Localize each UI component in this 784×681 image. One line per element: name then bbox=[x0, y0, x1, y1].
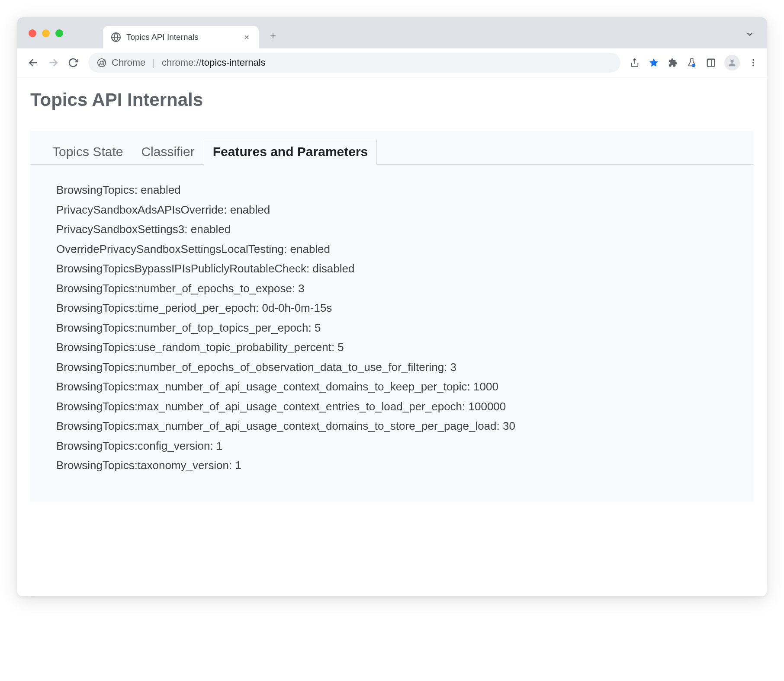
page-content: Topics API Internals Topics State Classi… bbox=[17, 77, 767, 596]
address-separator: | bbox=[152, 57, 155, 68]
browser-tab[interactable]: Topics API Internals bbox=[103, 26, 259, 48]
tab-features-parameters[interactable]: Features and Parameters bbox=[204, 139, 377, 165]
tab-title: Topics API Internals bbox=[126, 32, 199, 42]
param-line: OverridePrivacySandboxSettingsLocalTesti… bbox=[56, 240, 728, 259]
close-tab-icon[interactable] bbox=[242, 33, 251, 42]
globe-icon bbox=[111, 32, 121, 42]
tab-bar: Topics API Internals bbox=[103, 22, 280, 48]
param-line: BrowsingTopics:taxonomy_version: 1 bbox=[56, 456, 728, 476]
window-maximize-button[interactable] bbox=[55, 29, 63, 37]
address-url: chrome://topics-internals bbox=[162, 57, 266, 68]
params-list: BrowsingTopics: enabled PrivacySandboxAd… bbox=[30, 165, 754, 502]
extensions-icon[interactable] bbox=[667, 57, 678, 68]
param-line: BrowsingTopics:number_of_epochs_to_expos… bbox=[56, 279, 728, 299]
forward-button[interactable] bbox=[45, 54, 61, 71]
chrome-icon bbox=[97, 58, 106, 67]
window-minimize-button[interactable] bbox=[42, 29, 50, 37]
url-scheme: chrome:// bbox=[162, 57, 202, 68]
share-icon[interactable] bbox=[629, 57, 640, 68]
traffic-lights bbox=[29, 29, 63, 37]
svg-point-18 bbox=[730, 60, 733, 63]
browser-window: Topics API Internals Chrome bbox=[17, 17, 767, 596]
param-line: PrivacySandboxSettings3: enabled bbox=[56, 220, 728, 240]
menu-icon[interactable] bbox=[748, 57, 759, 68]
new-tab-button[interactable] bbox=[267, 29, 280, 42]
browser-toolbar: Chrome | chrome://topics-internals bbox=[17, 48, 767, 77]
window-close-button[interactable] bbox=[29, 29, 36, 37]
svg-point-9 bbox=[100, 61, 103, 64]
svg-point-21 bbox=[752, 65, 754, 67]
panel-tabs: Topics State Classifier Features and Par… bbox=[30, 131, 754, 165]
svg-point-15 bbox=[692, 64, 695, 67]
param-line: BrowsingTopicsBypassIPIsPubliclyRoutable… bbox=[56, 259, 728, 279]
tabs-dropdown-icon[interactable] bbox=[745, 29, 755, 41]
tab-panel: Topics State Classifier Features and Par… bbox=[30, 131, 754, 502]
reload-button[interactable] bbox=[65, 54, 81, 71]
svg-rect-16 bbox=[707, 59, 715, 67]
address-bar[interactable]: Chrome | chrome://topics-internals bbox=[88, 53, 620, 73]
param-line: PrivacySandboxAdsAPIsOverride: enabled bbox=[56, 200, 728, 220]
param-line: BrowsingTopics: enabled bbox=[56, 180, 728, 200]
bookmark-star-icon[interactable] bbox=[648, 57, 659, 68]
url-path: topics-internals bbox=[202, 57, 266, 68]
back-button[interactable] bbox=[25, 54, 42, 71]
param-line: BrowsingTopics:number_of_epochs_of_obser… bbox=[56, 358, 728, 377]
address-label: Chrome bbox=[112, 57, 145, 68]
side-panel-icon[interactable] bbox=[705, 57, 717, 68]
param-line: BrowsingTopics:max_number_of_api_usage_c… bbox=[56, 416, 728, 436]
page-title: Topics API Internals bbox=[30, 90, 754, 110]
param-line: BrowsingTopics:number_of_top_topics_per_… bbox=[56, 318, 728, 338]
svg-point-20 bbox=[752, 62, 754, 64]
labs-icon[interactable] bbox=[686, 57, 697, 68]
tab-classifier[interactable]: Classifier bbox=[132, 139, 203, 165]
param-line: BrowsingTopics:use_random_topic_probabil… bbox=[56, 338, 728, 358]
param-line: BrowsingTopics:max_number_of_api_usage_c… bbox=[56, 377, 728, 397]
profile-avatar[interactable] bbox=[724, 55, 740, 70]
param-line: BrowsingTopics:config_version: 1 bbox=[56, 436, 728, 456]
svg-marker-14 bbox=[649, 58, 658, 67]
tab-topics-state[interactable]: Topics State bbox=[43, 139, 132, 165]
param-line: BrowsingTopics:time_period_per_epoch: 0d… bbox=[56, 298, 728, 318]
toolbar-actions bbox=[629, 55, 759, 70]
svg-point-19 bbox=[752, 59, 754, 61]
chrome-tab-strip: Topics API Internals bbox=[17, 17, 767, 48]
param-line: BrowsingTopics:max_number_of_api_usage_c… bbox=[56, 397, 728, 417]
